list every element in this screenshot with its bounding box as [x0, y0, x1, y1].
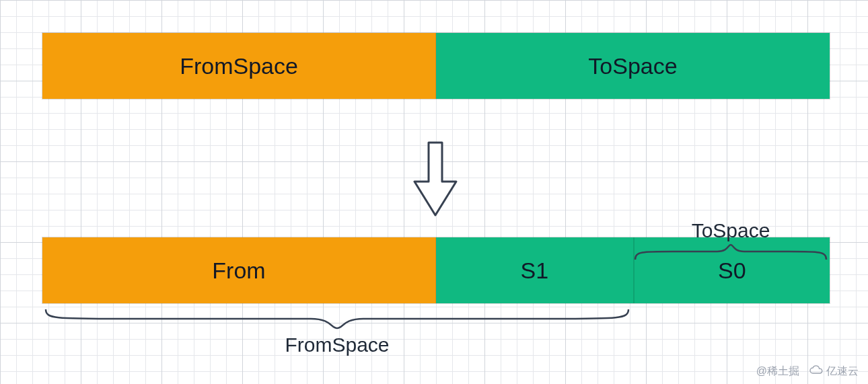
from-label: From	[212, 258, 265, 284]
tospace-brace-label: ToSpace	[632, 219, 829, 242]
tospace-brace-icon	[632, 242, 829, 265]
s1-label: S1	[520, 258, 548, 284]
down-arrow-icon	[409, 140, 462, 223]
watermark-yisu: 亿速云	[809, 364, 859, 379]
fromspace-label: FromSpace	[180, 53, 298, 79]
from-block: From	[42, 237, 436, 303]
memory-row-before: FromSpace ToSpace	[42, 32, 830, 100]
fromspace-brace-label: FromSpace	[42, 334, 632, 356]
tospace-label: ToSpace	[588, 53, 677, 79]
watermark: @稀土掘 亿速云	[756, 364, 859, 379]
diagram-stage: FromSpace ToSpace ToSpace From S1 S0	[42, 32, 829, 304]
watermark-juejin: @稀土掘	[756, 364, 799, 379]
cloud-icon	[809, 365, 824, 377]
s1-block: S1	[436, 237, 633, 303]
tospace-block: ToSpace	[436, 33, 830, 99]
watermark-yisu-text: 亿速云	[826, 365, 859, 377]
fromspace-brace-icon	[42, 305, 632, 335]
fromspace-block: FromSpace	[42, 33, 436, 99]
